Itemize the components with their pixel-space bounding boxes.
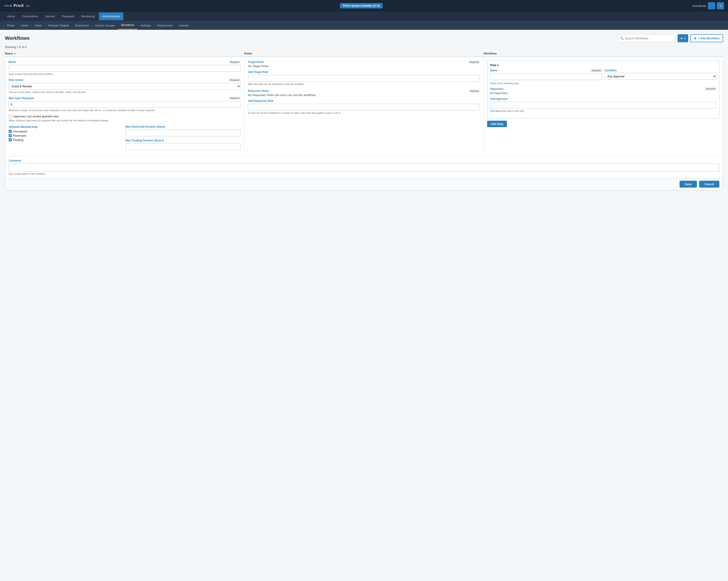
nav-secrets[interactable]: Secrets	[42, 12, 58, 20]
subnav-network-targets[interactable]: Network Targets	[45, 22, 72, 29]
requester-roles-optional-badge: Optional	[469, 90, 480, 93]
permanent-row: Permanent	[9, 130, 124, 133]
approvers-revoke-row: Approvers can revoke granted roles	[9, 115, 241, 118]
approvers-group: Approvers Required No Approvers	[490, 87, 717, 95]
no-approvers-text: No Approvers	[490, 91, 717, 95]
floating-label: Floating	[13, 138, 23, 142]
approvers-label: Approvers Required	[490, 87, 717, 91]
nav-connections[interactable]: Connections	[19, 12, 41, 20]
step-name-label: Name Required	[490, 69, 602, 72]
no-requester-roles-text: No Requester Roles (all users can use th…	[248, 93, 480, 97]
subnav-workflows[interactable]: Workflows	[118, 21, 137, 30]
cancel-button[interactable]: Cancel	[699, 181, 719, 187]
max-restricted-input[interactable]	[126, 130, 241, 136]
max-restricted-label: Max Restricted Duration (Days)	[126, 125, 241, 128]
comment-input[interactable]	[9, 163, 719, 172]
user-icon-button[interactable]: 👤	[708, 2, 715, 9]
logo-dot-3	[8, 5, 9, 6]
step-name-desc: Name of the workflow step.	[490, 82, 717, 85]
name-desc: Give a name that describes the workflow.	[9, 73, 241, 76]
target-roles-label: Target Roles Required	[248, 60, 480, 64]
nav-administration[interactable]: Administration	[99, 12, 123, 20]
subnav-license[interactable]: License	[176, 22, 192, 29]
header-right: 🔍 ★ ▾ ⊕ + Add Workflow	[618, 34, 723, 42]
add-requester-role-group: Add Requester Role To limit use of this …	[248, 99, 480, 115]
form-col-middle: Target Roles Required No Target Roles Ad…	[244, 57, 484, 156]
add-approver-label: Add Approver	[490, 97, 717, 100]
permanent-checkbox[interactable]	[9, 130, 12, 133]
max-restricted-group: Max Restricted Duration (Days)	[126, 125, 241, 136]
max-floating-input[interactable]	[126, 143, 241, 150]
name-input[interactable]	[9, 65, 241, 72]
logo-dot-4	[10, 5, 12, 7]
max-open-desc: Maximum number of concurrent open reques…	[9, 109, 241, 112]
col-header-name: Name ▲	[5, 52, 244, 55]
allowed-membership-title: Allowed Membership	[9, 125, 124, 128]
requester-roles-group: Requester Roles Optional No Requester Ro…	[248, 90, 480, 97]
update-banner[interactable]: PrivX Update Available (37.0)	[340, 3, 383, 8]
subnav-settings[interactable]: Settings	[137, 22, 154, 29]
restricted-checkbox[interactable]	[9, 134, 12, 137]
logo-text: PrivX	[14, 4, 24, 8]
sort-icon: ▲	[14, 52, 16, 55]
main-nav: Home Connections Secrets Requests Monito…	[0, 11, 728, 21]
subnav-access-groups[interactable]: Access Groups	[92, 22, 118, 29]
subnav-hosts[interactable]: Hosts	[31, 22, 45, 29]
help-icon-button[interactable]: ?	[717, 2, 724, 9]
role-action-select[interactable]: Grant & Revoke Grant Revoke	[9, 83, 241, 90]
step-1-title: Step 1	[490, 64, 717, 67]
search-icon: 🔍	[620, 36, 624, 40]
workflow-form-card: Name Required Give a name that describes…	[5, 57, 723, 191]
add-approver-desc: Add approving roles to the step.	[490, 109, 717, 113]
name-label: Name Required	[9, 60, 241, 64]
col-header-roles: Roles	[244, 52, 484, 55]
plus-circle-icon: ⊕	[694, 37, 697, 40]
sub-nav: Roles Users Hosts Network Targets Direct…	[0, 21, 728, 30]
nav-monitoring[interactable]: Monitoring	[78, 12, 98, 20]
logo-version: 36.1	[26, 5, 30, 7]
add-approver-group: Add Approver Add approving roles to the …	[490, 97, 717, 113]
restricted-row: Restricted	[9, 134, 124, 137]
approvers-revoke-desc: When checked, approvers of a granted rol…	[9, 119, 241, 122]
max-floating-group: Max Floating Duration (Hours)	[126, 139, 241, 150]
column-headers: Name ▲ Roles Workflow	[5, 50, 723, 57]
nav-home[interactable]: Home	[4, 12, 18, 20]
subnav-directories[interactable]: Directories	[72, 22, 92, 29]
comment-section: Comment Give a description of the workfl…	[5, 156, 723, 178]
col-header-workflow: Workflow	[484, 52, 723, 55]
favorites-button[interactable]: ★ ▾	[678, 34, 688, 42]
page-header: Workflows 🔍 ★ ▾ ⊕ + Add Workflow	[5, 34, 723, 42]
comment-label: Comment	[9, 159, 719, 162]
add-approver-input[interactable]	[490, 102, 717, 108]
search-input[interactable]	[625, 37, 673, 40]
subnav-users[interactable]: Users	[18, 22, 31, 29]
floating-checkbox[interactable]	[9, 138, 12, 141]
logo-dot-1	[4, 5, 5, 6]
subnav-deployment[interactable]: Deployment	[154, 22, 176, 29]
role-action-required-badge: Required	[229, 79, 241, 81]
condition-select[interactable]: Any Approver All Approvers	[604, 73, 717, 80]
nav-requests[interactable]: Requests	[59, 12, 77, 20]
approvers-revoke-checkbox[interactable]	[9, 115, 12, 118]
add-workflow-button[interactable]: ⊕ + Add Workflow	[691, 34, 723, 42]
logo-dot-2	[6, 5, 7, 7]
add-target-role-desc: Add roles that can be requested using th…	[248, 82, 480, 86]
max-open-input[interactable]	[9, 101, 241, 108]
form-grid: Name Required Give a name that describes…	[5, 57, 723, 156]
add-target-role-input[interactable]	[248, 75, 480, 81]
add-step-button[interactable]: Add Step	[487, 121, 507, 127]
page-content: Workflows 🔍 ★ ▾ ⊕ + Add Workflow Showing…	[0, 30, 728, 195]
add-requester-role-input[interactable]	[248, 104, 480, 110]
logo-dots	[4, 5, 12, 7]
step-name-condition-row: Name Required Condition Any Approver	[490, 69, 717, 80]
floating-row: Floating	[9, 138, 124, 142]
subnav-roles[interactable]: Roles	[4, 22, 18, 29]
save-button[interactable]: Save	[680, 181, 697, 187]
add-target-role-label: Add Target Role	[248, 71, 480, 74]
role-action-label: Role Action Required	[9, 78, 241, 81]
step-name-input[interactable]	[490, 73, 602, 80]
step-name-group: Name Required	[490, 69, 602, 80]
top-right: etornikoski 👤 ?	[693, 2, 724, 9]
max-floating-label: Max Floating Duration (Hours)	[126, 139, 241, 142]
add-workflow-label: + Add Workflow	[698, 37, 720, 40]
